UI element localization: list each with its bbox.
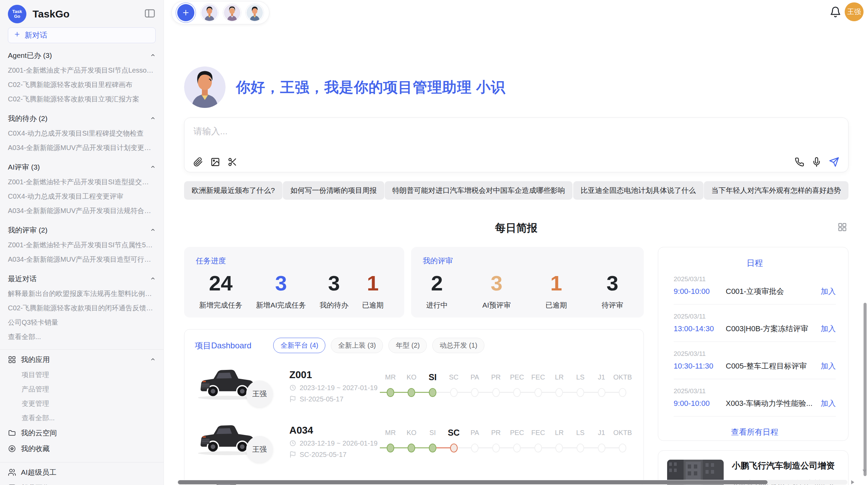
new-chat-button[interactable]: 新对话	[8, 27, 156, 43]
send-icon[interactable]	[829, 157, 839, 167]
suggestion-chip[interactable]: 当下年轻人对汽车外观有怎样的喜好趋势	[704, 181, 848, 200]
sidebar-item[interactable]: C02-飞腾新能源轻客改款项目里程碑画布	[8, 77, 156, 92]
app-item-change-mgmt[interactable]: 变更管理	[8, 396, 156, 411]
schedule-item: 2025/03/11 13:00-14:30 C003|H0B-方案冻结评审 加…	[674, 306, 836, 343]
tab-model-year[interactable]: 年型 (2)	[388, 338, 427, 353]
sidebar-item[interactable]: A034-全新新能源MUV产品开发项目法规符合性评审	[8, 203, 156, 218]
section-title: 我的待办 (2)	[8, 114, 48, 123]
chat-composer	[184, 117, 848, 172]
schedule-time: 13:00-14:30	[674, 324, 726, 333]
sidebar-item[interactable]: A034-全新新能源MUV产品开发项目造型可行性评审	[8, 252, 156, 266]
section-recent-chats-header[interactable]: 最近对话	[8, 271, 156, 286]
sidebar-header: Task Go TaskGo	[8, 3, 156, 25]
briefing-layout-icon[interactable]	[837, 222, 847, 233]
milestone-label: LS	[570, 371, 591, 383]
scroll-right-arrow[interactable]	[851, 480, 854, 484]
section-ai-review-header[interactable]: AI评审 (3)	[8, 160, 156, 175]
milestone-label: LS	[570, 426, 591, 439]
suggestion-chip[interactable]: 如何写一份清晰的项目周报	[283, 181, 384, 200]
my-cloud-space[interactable]: 我的云空间	[8, 425, 156, 441]
chevron-up-icon	[150, 226, 156, 234]
schedule-item: 2025/03/11 9:00-10:00 X003-车辆动力学性能验... 加…	[674, 381, 836, 418]
my-favorites[interactable]: 我的收藏	[8, 441, 156, 457]
project-code: A034	[289, 425, 380, 436]
chevron-up-icon	[150, 163, 156, 171]
join-link[interactable]: 加入	[821, 361, 836, 371]
microphone-icon[interactable]	[812, 157, 821, 167]
join-link[interactable]: 加入	[821, 398, 836, 409]
milestone-node-pending	[513, 444, 521, 452]
milestone-label: LR	[549, 371, 570, 383]
sidebar-item[interactable]: C0X4-动力总成开发项目SI里程碑提交物检查	[8, 126, 156, 140]
scroll-down-arrow[interactable]	[863, 470, 867, 473]
section-title: 最近对话	[8, 274, 37, 284]
project-row-z001[interactable]: 王强 Z001 2023-12-19 ~ 2027-01-19	[195, 363, 633, 409]
section-agent-done-header[interactable]: Agent已办 (3)	[8, 48, 156, 63]
join-link[interactable]: 加入	[821, 286, 836, 297]
users-icon	[8, 468, 16, 476]
recent-chats-view-all[interactable]: 查看全部...	[8, 329, 156, 344]
sidebar-item[interactable]: Z001-全新燃油皮卡产品开发项目SI节点Lesson Learn报告	[8, 63, 156, 77]
sidebar-item[interactable]: Z001-全新燃油轻卡产品开发项目SI节点属性5D文件评审	[8, 238, 156, 252]
view-all-schedule-link[interactable]: 查看所有日程	[674, 427, 836, 437]
join-link[interactable]: 加入	[821, 324, 836, 334]
ai-super-staff[interactable]: AI超级员工	[8, 464, 156, 480]
vertical-scrollbar-thumb[interactable]	[864, 303, 867, 476]
my-review-title: 我的评审	[423, 256, 632, 266]
session-avatar[interactable]	[223, 4, 241, 22]
suggestion-chip[interactable]: 欧洲新规最近颁布了什么?	[184, 181, 282, 200]
milestone-node-pending	[534, 444, 542, 452]
sidebar-item[interactable]: C02-飞腾新能源轻客改款项目立项汇报方案	[8, 92, 156, 106]
session-avatar[interactable]	[246, 4, 264, 22]
suggestion-chip[interactable]: 比亚迪全固态电池计划具体说了什么	[573, 181, 703, 200]
section-my-review-header[interactable]: 我的评审 (2)	[8, 223, 156, 238]
milestone-label: OKTB	[612, 426, 633, 439]
tab-new-body[interactable]: 全新上装 (3)	[331, 338, 383, 353]
chat-input[interactable]	[193, 125, 839, 153]
milestone-node-pending	[577, 388, 584, 397]
tab-powertrain[interactable]: 动总开发 (1)	[432, 338, 484, 353]
my-favorites-label: 我的收藏	[21, 444, 50, 453]
help-me-write[interactable]: 帮我写作	[8, 480, 156, 485]
horizontal-scrollbar-thumb[interactable]	[178, 480, 768, 484]
suggestion-chip[interactable]: 特朗普可能对进口汽车增税会对中国车企造成哪些影响	[385, 181, 572, 200]
greeting-text: 你好，王强，我是你的项目管理助理 小识	[236, 78, 506, 97]
milestone-label: PEC	[506, 371, 528, 383]
logo-line2: Go	[14, 14, 20, 19]
my-apps-header[interactable]: 我的应用	[8, 352, 156, 368]
project-row-a034[interactable]: 王强 A034 2023-12-19 ~ 2026-01-19	[195, 419, 633, 464]
sidebar-item[interactable]: A034-全新新能源MUV产品开发项目计划变更表编写	[8, 140, 156, 155]
schedule-divider	[674, 304, 836, 304]
section-title: AI评审 (3)	[8, 162, 40, 172]
milestone-node-done	[387, 444, 394, 452]
sidebar-item[interactable]: Z001-全新燃油轻卡产品开发项目SI造型提交物评审	[8, 175, 156, 189]
app-item-product-mgmt[interactable]: 产品管理	[8, 382, 156, 396]
briefing-left-column: 任务进度 24 新增完成任务 3 新增AI完成任务	[184, 247, 644, 485]
recent-chat-item[interactable]: 公司Q3轻卡销量	[8, 315, 156, 329]
sidebar: Task Go TaskGo 新对话 Agent已办 (3) Z001-全新燃油…	[0, 0, 164, 485]
milestone-node-pending	[471, 444, 479, 452]
notifications-bell-icon[interactable]	[830, 6, 841, 19]
sidebar-item[interactable]: C0X4-动力总成开发项目工程变更评审	[8, 189, 156, 203]
recent-chat-item[interactable]: 解释最新出台的欧盟报废车法规再生塑料比例被调至15%...	[8, 286, 156, 301]
chevron-up-icon	[150, 51, 156, 60]
daily-briefing-title: 每日简报	[184, 221, 848, 235]
recent-chat-item[interactable]: C02-飞腾新能源轻客改款项目的闭环通告反馈情况	[8, 301, 156, 315]
section-my-todo-header[interactable]: 我的待办 (2)	[8, 111, 156, 126]
voice-call-icon[interactable]	[795, 157, 804, 167]
sidebar-collapse-icon[interactable]	[145, 9, 155, 19]
stat-new-completed: 24 新增完成任务	[199, 271, 242, 310]
session-avatar[interactable]	[201, 4, 218, 22]
add-session-button[interactable]	[177, 4, 194, 21]
attachment-icon[interactable]	[193, 157, 203, 167]
milestone-node-pending	[492, 444, 500, 452]
horizontal-scrollbar-track[interactable]	[177, 480, 847, 485]
image-upload-icon[interactable]	[210, 157, 220, 167]
user-avatar[interactable]: 王强	[845, 2, 864, 21]
project-flag-milestone: SC-2025-05-17	[289, 451, 380, 459]
clock-icon	[289, 384, 296, 391]
screenshot-scissors-icon[interactable]	[228, 157, 237, 167]
tab-new-platform[interactable]: 全新平台 (4)	[273, 338, 325, 353]
apps-view-all[interactable]: 查看全部...	[8, 411, 156, 425]
app-item-project-mgmt[interactable]: 项目管理	[8, 368, 156, 382]
